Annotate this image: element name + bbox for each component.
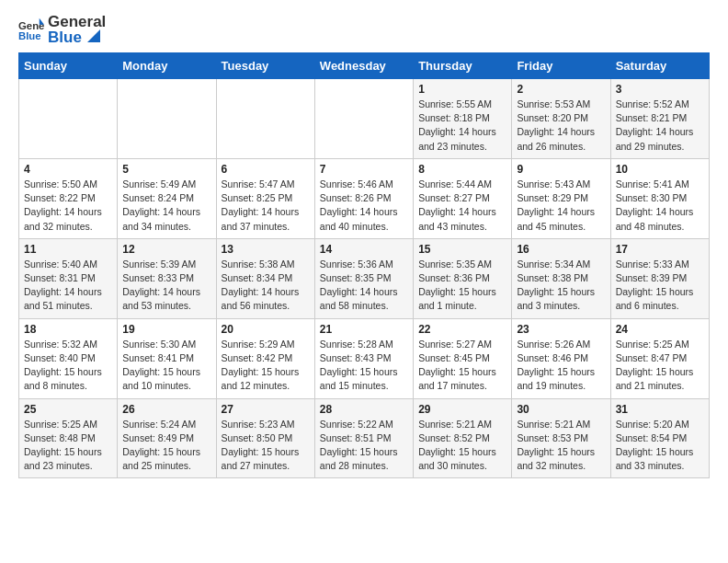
day-cell: 21Sunrise: 5:28 AMSunset: 8:43 PMDayligh… <box>314 318 413 398</box>
day-number: 12 <box>122 243 210 256</box>
day-number: 25 <box>24 403 112 416</box>
weekday-header-row: SundayMondayTuesdayWednesdayThursdayFrid… <box>19 53 710 79</box>
day-cell: 30Sunrise: 5:21 AMSunset: 8:53 PMDayligh… <box>512 398 610 478</box>
day-content: Sunrise: 5:21 AMSunset: 8:52 PMDaylight:… <box>418 418 506 474</box>
svg-marker-3 <box>87 29 100 42</box>
day-cell: 31Sunrise: 5:20 AMSunset: 8:54 PMDayligh… <box>610 398 709 478</box>
day-content: Sunrise: 5:34 AMSunset: 8:38 PMDaylight:… <box>517 258 605 314</box>
logo-blue-text: Blue <box>48 29 82 46</box>
day-number: 20 <box>222 323 310 336</box>
day-number: 4 <box>24 163 112 176</box>
svg-text:Blue: Blue <box>18 30 41 41</box>
week-row-1: 1Sunrise: 5:55 AMSunset: 8:18 PMDaylight… <box>19 79 710 159</box>
day-number: 28 <box>320 403 408 416</box>
weekday-header-saturday: Saturday <box>610 53 709 79</box>
week-row-2: 4Sunrise: 5:50 AMSunset: 8:22 PMDaylight… <box>19 158 710 238</box>
day-number: 5 <box>122 163 210 176</box>
day-content: Sunrise: 5:43 AMSunset: 8:29 PMDaylight:… <box>517 178 605 234</box>
week-row-3: 11Sunrise: 5:40 AMSunset: 8:31 PMDayligh… <box>19 238 710 318</box>
day-number: 14 <box>320 243 408 256</box>
day-content: Sunrise: 5:50 AMSunset: 8:22 PMDaylight:… <box>24 178 112 234</box>
day-cell: 8Sunrise: 5:44 AMSunset: 8:27 PMDaylight… <box>414 158 512 238</box>
day-cell: 15Sunrise: 5:35 AMSunset: 8:36 PMDayligh… <box>414 238 512 318</box>
day-content: Sunrise: 5:47 AMSunset: 8:25 PMDaylight:… <box>222 178 310 234</box>
day-content: Sunrise: 5:33 AMSunset: 8:39 PMDaylight:… <box>616 258 704 314</box>
day-content: Sunrise: 5:35 AMSunset: 8:36 PMDaylight:… <box>418 258 506 314</box>
day-cell: 27Sunrise: 5:23 AMSunset: 8:50 PMDayligh… <box>216 398 314 478</box>
day-number: 29 <box>418 403 506 416</box>
weekday-header-sunday: Sunday <box>19 53 118 79</box>
day-cell: 18Sunrise: 5:32 AMSunset: 8:40 PMDayligh… <box>19 318 118 398</box>
day-cell: 29Sunrise: 5:21 AMSunset: 8:52 PMDayligh… <box>414 398 512 478</box>
weekday-header-thursday: Thursday <box>414 53 512 79</box>
day-content: Sunrise: 5:24 AMSunset: 8:49 PMDaylight:… <box>122 418 210 474</box>
weekday-header-friday: Friday <box>512 53 610 79</box>
week-row-5: 25Sunrise: 5:25 AMSunset: 8:48 PMDayligh… <box>19 398 710 478</box>
day-number: 15 <box>418 243 506 256</box>
day-cell: 12Sunrise: 5:39 AMSunset: 8:33 PMDayligh… <box>118 238 216 318</box>
day-cell <box>314 79 413 159</box>
day-number: 16 <box>517 243 605 256</box>
day-number: 9 <box>517 163 605 176</box>
weekday-header-monday: Monday <box>118 53 216 79</box>
day-content: Sunrise: 5:29 AMSunset: 8:42 PMDaylight:… <box>222 338 310 394</box>
day-content: Sunrise: 5:46 AMSunset: 8:26 PMDaylight:… <box>320 178 408 234</box>
day-number: 19 <box>122 323 210 336</box>
day-content: Sunrise: 5:38 AMSunset: 8:34 PMDaylight:… <box>222 258 310 314</box>
day-number: 2 <box>517 83 605 96</box>
day-number: 6 <box>222 163 310 176</box>
day-number: 13 <box>222 243 310 256</box>
page: General Blue General Blue <box>0 0 728 492</box>
day-content: Sunrise: 5:49 AMSunset: 8:24 PMDaylight:… <box>122 178 210 234</box>
day-cell <box>19 79 118 159</box>
day-cell: 2Sunrise: 5:53 AMSunset: 8:20 PMDaylight… <box>512 79 610 159</box>
day-cell: 6Sunrise: 5:47 AMSunset: 8:25 PMDaylight… <box>216 158 314 238</box>
logo-triangle <box>87 29 100 45</box>
day-number: 8 <box>418 163 506 176</box>
day-cell <box>118 79 216 159</box>
day-content: Sunrise: 5:23 AMSunset: 8:50 PMDaylight:… <box>222 418 310 474</box>
logo: General Blue General Blue <box>18 14 106 45</box>
day-cell: 14Sunrise: 5:36 AMSunset: 8:35 PMDayligh… <box>314 238 413 318</box>
day-number: 30 <box>517 403 605 416</box>
day-cell <box>216 79 314 159</box>
day-cell: 24Sunrise: 5:25 AMSunset: 8:47 PMDayligh… <box>610 318 709 398</box>
day-content: Sunrise: 5:25 AMSunset: 8:47 PMDaylight:… <box>616 338 704 394</box>
day-number: 3 <box>616 83 704 96</box>
day-number: 1 <box>418 83 506 96</box>
day-number: 11 <box>24 243 112 256</box>
day-cell: 17Sunrise: 5:33 AMSunset: 8:39 PMDayligh… <box>610 238 709 318</box>
day-cell: 3Sunrise: 5:52 AMSunset: 8:21 PMDaylight… <box>610 79 709 159</box>
day-content: Sunrise: 5:55 AMSunset: 8:18 PMDaylight:… <box>418 98 506 154</box>
day-content: Sunrise: 5:27 AMSunset: 8:45 PMDaylight:… <box>418 338 506 394</box>
day-cell: 13Sunrise: 5:38 AMSunset: 8:34 PMDayligh… <box>216 238 314 318</box>
day-number: 18 <box>24 323 112 336</box>
calendar-table: SundayMondayTuesdayWednesdayThursdayFrid… <box>18 52 710 478</box>
day-content: Sunrise: 5:20 AMSunset: 8:54 PMDaylight:… <box>616 418 704 474</box>
day-content: Sunrise: 5:22 AMSunset: 8:51 PMDaylight:… <box>320 418 408 474</box>
day-content: Sunrise: 5:28 AMSunset: 8:43 PMDaylight:… <box>320 338 408 394</box>
day-cell: 26Sunrise: 5:24 AMSunset: 8:49 PMDayligh… <box>118 398 216 478</box>
day-number: 22 <box>418 323 506 336</box>
day-cell: 11Sunrise: 5:40 AMSunset: 8:31 PMDayligh… <box>19 238 118 318</box>
day-cell: 9Sunrise: 5:43 AMSunset: 8:29 PMDaylight… <box>512 158 610 238</box>
day-content: Sunrise: 5:26 AMSunset: 8:46 PMDaylight:… <box>517 338 605 394</box>
day-content: Sunrise: 5:32 AMSunset: 8:40 PMDaylight:… <box>24 338 112 394</box>
day-cell: 25Sunrise: 5:25 AMSunset: 8:48 PMDayligh… <box>19 398 118 478</box>
day-cell: 1Sunrise: 5:55 AMSunset: 8:18 PMDaylight… <box>414 79 512 159</box>
day-content: Sunrise: 5:21 AMSunset: 8:53 PMDaylight:… <box>517 418 605 474</box>
day-cell: 19Sunrise: 5:30 AMSunset: 8:41 PMDayligh… <box>118 318 216 398</box>
day-number: 27 <box>222 403 310 416</box>
day-cell: 22Sunrise: 5:27 AMSunset: 8:45 PMDayligh… <box>414 318 512 398</box>
day-content: Sunrise: 5:52 AMSunset: 8:21 PMDaylight:… <box>616 98 704 154</box>
day-cell: 20Sunrise: 5:29 AMSunset: 8:42 PMDayligh… <box>216 318 314 398</box>
day-cell: 28Sunrise: 5:22 AMSunset: 8:51 PMDayligh… <box>314 398 413 478</box>
day-cell: 7Sunrise: 5:46 AMSunset: 8:26 PMDaylight… <box>314 158 413 238</box>
day-content: Sunrise: 5:25 AMSunset: 8:48 PMDaylight:… <box>24 418 112 474</box>
day-cell: 4Sunrise: 5:50 AMSunset: 8:22 PMDaylight… <box>19 158 118 238</box>
day-content: Sunrise: 5:44 AMSunset: 8:27 PMDaylight:… <box>418 178 506 234</box>
day-number: 10 <box>616 163 704 176</box>
day-content: Sunrise: 5:36 AMSunset: 8:35 PMDaylight:… <box>320 258 408 314</box>
day-number: 26 <box>122 403 210 416</box>
day-content: Sunrise: 5:53 AMSunset: 8:20 PMDaylight:… <box>517 98 605 154</box>
